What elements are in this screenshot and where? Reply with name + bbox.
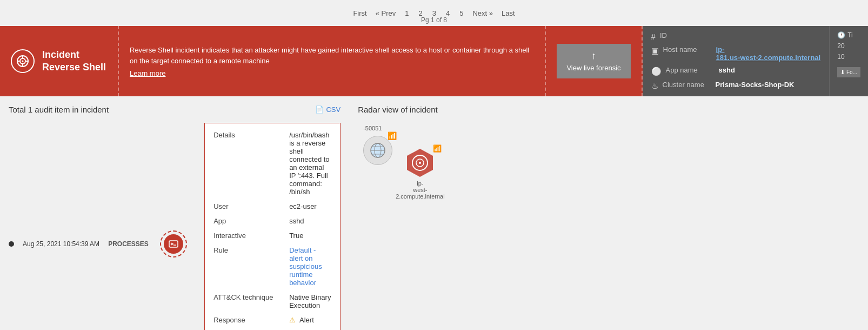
csv-button[interactable]: 📄 CSV — [315, 105, 340, 114]
globe-node: 📶 — [363, 136, 392, 165]
hostname-link[interactable]: ip-181.us-west-2.compute.internal — [716, 45, 821, 62]
server-icon: ▣ — [651, 46, 659, 56]
time-row: 🕐 Ti — [837, 31, 860, 39]
details-value: /usr/bin/bash is a reverse shell connect… — [289, 131, 331, 196]
details-key: Details — [213, 131, 289, 139]
incident-icon — [11, 49, 35, 73]
left-panel: Total 1 audit item in incident 📄 CSV Aug… — [0, 105, 349, 330]
node-wifi-icon: 📶 — [433, 144, 442, 153]
incident-node-icon: 📶 — [404, 147, 436, 180]
appname-label: App name — [666, 66, 715, 74]
time-panel: 🕐 Ti 20 10 ⬇ Fo... — [829, 26, 868, 96]
page-5-button[interactable]: 5 — [456, 8, 467, 18]
details-box: Details /usr/bin/bash is a reverse shell… — [204, 123, 340, 330]
page-info: Pg 1 of 8 — [421, 16, 447, 24]
rule-row: Rule Default - alert on suspicious runti… — [213, 246, 331, 287]
id-label: ID — [660, 31, 709, 39]
node-label: ip- west- 2.compute.internal — [396, 180, 445, 200]
radar-viz: -50051 📶 — [358, 120, 859, 330]
app-key: App — [213, 217, 289, 225]
cluster-icon: ♨ — [651, 81, 658, 91]
rule-key: Rule — [213, 246, 289, 254]
forensic-mini-label[interactable]: ⬇ Fo... — [837, 67, 860, 77]
clustername-value: Prisma-Socks-Shop-DK — [716, 81, 794, 89]
app-icon: ⚪ — [651, 67, 662, 76]
pagination-bar: First « Prev 1 2 3 4 5 Next » Last Pg 1 … — [0, 0, 868, 26]
app-row: App sshd — [213, 217, 331, 225]
clock-icon: 🕐 — [837, 31, 845, 39]
clustername-row: ♨ Cluster name Prisma-Socks-Shop-DK — [651, 81, 821, 91]
globe-icon — [363, 136, 392, 165]
page-1-button[interactable]: 1 — [401, 8, 412, 18]
wifi-icon: 📶 — [388, 131, 397, 140]
audit-timestamp: Aug 25, 2021 10:54:39 AM — [23, 240, 99, 248]
incident-title: Incident Reverse Shell — [42, 49, 106, 74]
attack-key: ATT&CK technique — [213, 293, 289, 301]
audit-dot — [9, 241, 14, 247]
interactive-row: Interactive True — [213, 232, 331, 240]
interactive-key: Interactive — [213, 232, 289, 240]
appname-value: sshd — [719, 66, 735, 74]
process-icon[interactable] — [164, 234, 183, 254]
radar-title: Radar view of incident — [358, 105, 859, 114]
response-key: Response — [213, 316, 289, 324]
forensic-icon: ↑ — [591, 50, 596, 62]
incident-description: Reverse Shell incident indicates that an… — [130, 45, 534, 66]
user-value: ec2-user — [289, 202, 331, 210]
next-page-button[interactable]: Next » — [469, 8, 496, 18]
hostname-row: ▣ Host name ip-181.us-west-2.compute.int… — [651, 45, 821, 62]
id-row: # ID — [651, 31, 821, 41]
dashed-circle — [160, 230, 187, 258]
view-forensic-section: ↑ View live forensic — [546, 26, 642, 96]
csv-label: CSV — [326, 105, 340, 114]
rule-value[interactable]: Default - alert on suspicious runtime be… — [289, 246, 331, 287]
svg-point-2 — [22, 61, 24, 62]
attack-value: Native Binary Execution — [289, 293, 331, 309]
radar-panel: Radar view of incident -50051 📶 — [349, 105, 868, 330]
alert-icon: ⚠ — [289, 316, 296, 324]
app-value: sshd — [289, 217, 331, 225]
incident-info-panel: # ID ▣ Host name ip-181.us-west-2.comput… — [643, 26, 830, 96]
incident-banner: Incident Reverse Shell Reverse Shell inc… — [0, 26, 868, 96]
user-row: User ec2-user — [213, 202, 331, 210]
time-value2: 10 — [837, 53, 860, 61]
id-icon: # — [651, 32, 656, 41]
response-value: ⚠ Alert — [289, 316, 331, 324]
main-content: Total 1 audit item in incident 📄 CSV Aug… — [0, 96, 868, 330]
process-icon-wrap — [160, 230, 187, 258]
attack-row: ATT&CK technique Native Binary Execution — [213, 293, 331, 309]
first-page-button[interactable]: First — [350, 8, 370, 18]
prev-page-button[interactable]: « Prev — [372, 8, 399, 18]
time-value1: 20 — [837, 42, 860, 50]
incident-title-section: Incident Reverse Shell — [0, 26, 119, 96]
response-row: Response ⚠ Alert — [213, 316, 331, 324]
view-forensic-label: View live forensic — [566, 64, 620, 72]
incident-description-section: Reverse Shell incident indicates that an… — [119, 26, 546, 96]
learn-more-link[interactable]: Learn more — [130, 69, 534, 77]
appname-row: ⚪ App name sshd — [651, 66, 821, 76]
audit-type-label: PROCESSES — [108, 240, 151, 248]
view-forensic-button[interactable]: ↑ View live forensic — [557, 44, 630, 78]
details-row: Details /usr/bin/bash is a reverse shell… — [213, 131, 331, 196]
audit-header: Total 1 audit item in incident 📄 CSV — [9, 105, 340, 114]
port-label: -50051 — [363, 125, 382, 131]
csv-icon: 📄 — [315, 105, 324, 114]
clustername-label: Cluster name — [663, 81, 711, 89]
interactive-value: True — [289, 232, 331, 240]
svg-point-17 — [419, 162, 421, 164]
incident-node: 📶 ip- west- 2.compute.internal — [396, 147, 445, 200]
time-label: Ti — [847, 31, 853, 39]
forensic-btn-mini: ⬇ Fo... — [837, 67, 860, 77]
hostname-value: ip-181.us-west-2.compute.internal — [716, 45, 821, 62]
audit-list-item: Aug 25, 2021 10:54:39 AM PROCESSES — [9, 123, 340, 330]
last-page-button[interactable]: Last — [498, 8, 518, 18]
user-key: User — [213, 202, 289, 210]
audit-title: Total 1 audit item in incident — [9, 105, 109, 114]
hostname-label: Host name — [663, 45, 712, 54]
